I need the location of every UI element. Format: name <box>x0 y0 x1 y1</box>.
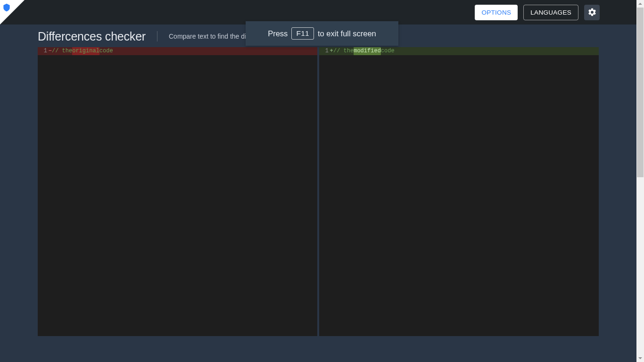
diff-plus-icon: + <box>330 47 333 55</box>
toast-text-before: Press <box>268 29 288 38</box>
code-text: // the original code <box>52 47 317 55</box>
app-root: OPTIONS LANGUAGES Differcences checker C… <box>0 0 636 362</box>
chevron-down-icon <box>638 356 643 361</box>
diff-minus-icon: − <box>48 47 52 55</box>
chevron-up-icon <box>638 1 643 6</box>
logo-corner[interactable] <box>0 0 25 25</box>
code-token: code <box>99 47 113 55</box>
line-number: 1 <box>319 47 330 55</box>
scroll-track[interactable] <box>636 8 644 354</box>
page-title: Differcences checker <box>38 30 146 43</box>
languages-button[interactable]: LANGUAGES <box>523 5 578 20</box>
fullscreen-toast: Press F11 to exit full screen <box>246 21 398 46</box>
code-text: // the modified code <box>333 47 599 55</box>
code-token: code <box>381 47 395 55</box>
diff-panes: 1 − // the original code 1 + // the modi… <box>38 47 599 336</box>
left-editor[interactable]: 1 − // the original code <box>38 47 317 336</box>
gear-icon <box>587 8 597 17</box>
code-token: // the <box>333 47 354 55</box>
scroll-up-button[interactable] <box>636 0 644 8</box>
line-number: 1 <box>38 47 48 55</box>
right-editor[interactable]: 1 + // the modified code <box>319 47 599 336</box>
browser-scrollbar[interactable] <box>636 0 644 362</box>
options-button[interactable]: OPTIONS <box>475 5 518 20</box>
logo-icon <box>2 3 11 12</box>
code-token: // the <box>52 47 72 55</box>
code-token-changed: modified <box>354 47 381 55</box>
title-divider <box>157 31 157 41</box>
settings-button[interactable] <box>584 5 600 20</box>
scroll-thumb[interactable] <box>637 8 644 177</box>
keycap-f11: F11 <box>291 27 314 40</box>
diff-line-added: 1 + // the modified code <box>319 47 599 55</box>
toast-text-after: to exit full screen <box>318 29 376 38</box>
code-token-changed: original <box>72 47 99 55</box>
scroll-down-button[interactable] <box>636 354 644 362</box>
diff-line-removed: 1 − // the original code <box>38 47 317 55</box>
